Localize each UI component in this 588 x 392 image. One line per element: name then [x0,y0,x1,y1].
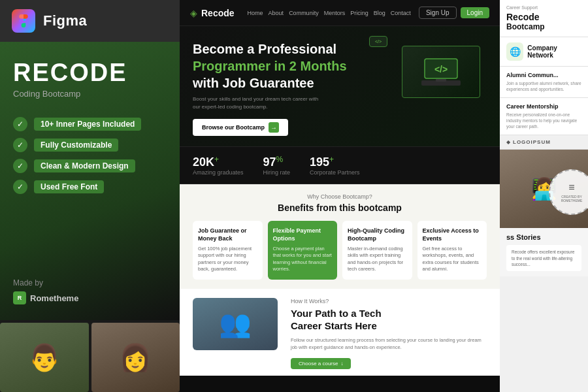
svg-text:</>: </> [434,64,448,74]
login-button[interactable]: Login [461,7,489,18]
benefit-title-1: Job Guarantee or Money Back [198,227,257,242]
stat-partners: 195+ Corporate Partners [310,155,360,176]
stat-number-partners: 195+ [310,155,360,169]
benefit-title-4: Exclusive Access to Events [423,227,482,242]
path-section: 👥 How It Works? Your Path to a Tech Care… [180,289,500,376]
hero-cta-button[interactable]: Browse our Bootcamp → [193,119,288,136]
nav-link-mentors[interactable]: Mentors [324,10,346,16]
path-eyebrow: How It Works? [291,298,487,304]
benefits-grid: Job Guarantee or Money Back Get 100% job… [193,221,487,279]
nav-brand-text: Recode [201,8,235,18]
path-content: How It Works? Your Path to a Tech Career… [291,298,487,370]
check-icon-4: ✓ [13,180,27,194]
nav-link-contact[interactable]: Contact [391,10,411,16]
benefit-desc-1: Get 100% job placement support with our … [198,246,257,273]
feature-label-3: Clean & Modern Design [34,159,135,172]
stat-label-partners: Corporate Partners [310,169,360,176]
features-list: ✓ 10+ Inner Pages Included ✓ Fully Custo… [13,117,167,194]
hero-heading-part3: with Job Guarantee [193,76,314,90]
logo-ipsum-icon: ◆ [506,139,510,145]
feature-label-2: Fully Customizable [34,139,118,152]
check-icon-3: ✓ [13,159,27,173]
feature-item-2: ✓ Fully Customizable [13,138,167,152]
path-arrow-icon: ↓ [340,361,343,367]
benefits-section: Why Choose Bootcamp? Benefits from this … [180,184,500,288]
path-image: 👥 [193,298,278,350]
benefit-card-2: Flexible Payment Options Choose a paymen… [268,221,338,279]
success-card: Recode offers excellent exposure to the … [506,245,581,270]
rometheme-text: Rometheme [30,293,78,303]
stats-bar: 20K+ Amazing graduates 97% Hiring rate 1… [180,146,500,184]
stamp-icon: ≡ [568,182,574,193]
success-desc: Recode offers excellent exposure to the … [512,249,576,267]
nav-link-blog[interactable]: Blog [374,10,385,16]
main-content: ◈ Recode Home About Community Mentors Pr… [180,0,500,392]
figma-header: Figma [0,0,180,42]
benefits-eyebrow: Why Choose Bootcamp? [193,193,487,200]
stat-number-graduates: 20K+ [193,155,244,169]
success-stories: ss Stories Recode offers excellent expos… [500,228,588,276]
right-panel: Career Support Recode Bootcamp 🌐 Company… [500,0,588,392]
nav-actions: Sign Up Login [419,7,489,19]
hero-description: Boost your skills and land your dream te… [193,95,323,111]
nav-logo-icon: ◈ [190,8,197,18]
hero-cta-label: Browse our Bootcamp [202,124,265,131]
mentorship-card: Career Mentorship Receive personalized o… [500,98,588,135]
career-title: Recode [506,12,581,22]
feature-label-4: Used Free Font [34,180,104,193]
feature-item-3: ✓ Clean & Modern Design [13,159,167,173]
path-description: Follow our structured learning process f… [291,336,487,351]
signup-button[interactable]: Sign Up [419,7,457,19]
stamp-text: CREATED BYROMETHEME [561,195,583,203]
rometheme-brand: R Rometheme [13,291,167,304]
arrow-icon: → [269,122,279,133]
career-eyebrow: Career Support [506,5,581,10]
benefit-card-1: Job Guarantee or Money Back Get 100% job… [193,221,263,279]
network-title: Company Network [527,44,581,59]
nav-link-home[interactable]: Home [248,10,263,16]
logo-ipsum-text: LOGOIPSUM [513,139,551,145]
figma-logo-icon [12,9,35,33]
logo-ipsum: ◆ LOGOIPSUM [500,135,588,150]
figma-title: Figma [43,12,87,29]
feature-label-1: 10+ Inner Pages Included [34,118,141,131]
mentorship-title: Career Mentorship [506,103,581,110]
nav-link-about[interactable]: About [269,10,284,16]
bottom-images: 👨 👩 [0,320,180,392]
nav-bar: ◈ Recode Home About Community Mentors Pr… [180,0,500,26]
right-bottom: 👩‍💻 ≡ CREATED BYROMETHEME ss Stories Rec… [500,150,588,392]
benefit-card-4: Exclusive Access to Events Get free acce… [417,221,487,279]
nav-link-community[interactable]: Community [289,10,319,16]
hero-heading-part2: Programmer in 2 Months [193,59,347,73]
made-by-label: Made by [13,278,167,287]
feature-item-4: ✓ Used Free Font [13,180,167,194]
person-image-1: 👨 [0,323,89,392]
network-icon: 🌐 [506,42,523,61]
mentorship-desc: Receive personalized one-on-one industry… [506,112,581,129]
stat-graduates: 20K+ Amazing graduates [193,155,244,176]
stat-label-graduates: Amazing graduates [193,169,244,176]
alumni-title: Alumni Commun... [506,72,581,78]
person-image-2: 👩 [91,323,180,392]
benefits-heading: Benefits from this bootcamp [193,203,487,213]
hero-heading-part1: Become a Professional [193,42,336,56]
recode-banner: RECODE Coding Bootcamp ✓ 10+ Inner Pages… [0,42,180,320]
benefit-desc-4: Get free access to workshops, events, an… [423,246,482,273]
path-cta-button[interactable]: Choose a course ↓ [291,358,351,369]
stat-hiring: 97% Hiring rate [263,155,291,176]
success-title: ss Stories [506,233,581,241]
nav-links: Home About Community Mentors Pricing Blo… [248,10,411,16]
nav-link-pricing[interactable]: Pricing [350,10,368,16]
left-panel: Figma RECODE Coding Bootcamp ✓ 10+ Inner… [0,0,180,392]
check-icon-1: ✓ [13,117,27,131]
company-network-card: 🌐 Company Network [500,37,588,67]
path-cta-label: Choose a course [299,361,338,367]
svg-rect-3 [436,79,446,82]
hero-illustration: </> </> [363,33,493,105]
feature-item-1: ✓ 10+ Inner Pages Included [13,117,167,131]
recode-subtitle: Coding Bootcamp [13,89,167,99]
benefit-title-3: High-Quality Coding Bootcamp [348,227,407,242]
path-heading: Your Path to a Tech Career Starts Here [291,307,487,333]
laptop-illustration: </> [402,46,480,98]
benefit-desc-2: Choose a payment plan that works for you… [273,246,333,273]
